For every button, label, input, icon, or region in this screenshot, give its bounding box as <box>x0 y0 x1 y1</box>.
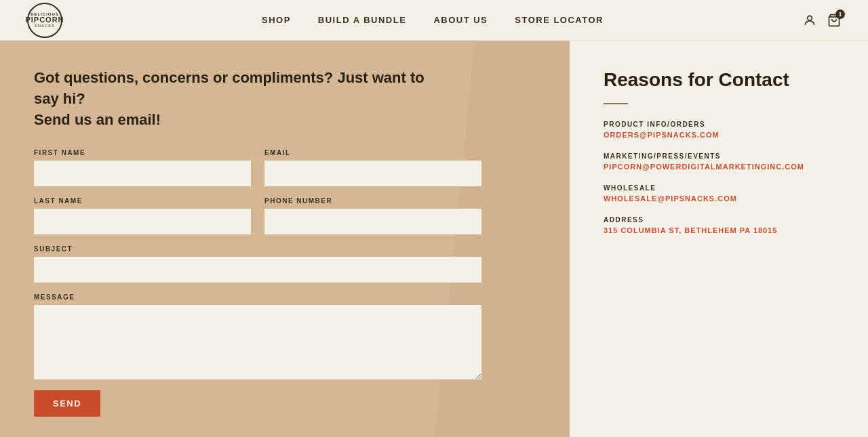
site-header: DELICIOUS PIPCORN SNACKS SHOP BUILD A BU… <box>0 0 868 41</box>
nav-about-us[interactable]: ABOUT US <box>433 15 488 25</box>
email-input[interactable] <box>264 161 481 186</box>
contact-label-1: MARKETING/PRESS/EVENTS <box>604 152 834 160</box>
contact-label-2: WHOLESALE <box>604 184 834 192</box>
subject-label: SUBJECT <box>34 245 481 253</box>
subject-input[interactable] <box>34 257 481 283</box>
email-label: EMAIL <box>264 149 481 157</box>
header-icons: 1 <box>803 14 841 27</box>
contact-label-0: PRODUCT INFO/ORDERS <box>604 121 834 128</box>
logo-text-main: PIPCORN <box>25 16 64 24</box>
first-name-group: FIRST NAME <box>34 149 251 186</box>
contact-item-1: MARKETING/PRESS/EVENTS PIPCORN@POWERDIGI… <box>604 152 834 171</box>
form-heading: Got questions, concerns or compliments? … <box>34 68 441 130</box>
first-name-label: FIRST NAME <box>34 149 251 157</box>
account-button[interactable] <box>803 14 816 27</box>
last-name-label: LAST NAME <box>34 197 251 205</box>
subject-group: SUBJECT <box>34 245 481 283</box>
contact-value-0[interactable]: ORDERS@PIPSNACKS.COM <box>604 131 834 139</box>
main-nav: SHOP BUILD A BUNDLE ABOUT US STORE LOCAT… <box>262 15 604 25</box>
cart-count: 1 <box>835 9 845 19</box>
nav-store-locator[interactable]: STORE LOCATOR <box>515 15 604 25</box>
contact-item-0: PRODUCT INFO/ORDERS ORDERS@PIPSNACKS.COM <box>604 121 834 139</box>
svg-point-0 <box>808 16 812 20</box>
last-name-input[interactable] <box>34 209 251 234</box>
phone-label: PHONE NUMBER <box>264 197 481 205</box>
contact-divider <box>604 103 628 104</box>
contact-info-section: Reasons for Contact PRODUCT INFO/ORDERS … <box>570 41 868 437</box>
message-textarea[interactable] <box>34 305 481 379</box>
contact-value-2[interactable]: WHOLESALE@PIPSNACKS.COM <box>604 194 834 203</box>
contact-form: FIRST NAME EMAIL LAST NAME PHONE NUMBER <box>34 149 536 417</box>
last-name-group: LAST NAME <box>34 197 251 234</box>
send-button[interactable]: SEND <box>34 390 100 417</box>
message-group: MESSAGE <box>34 293 481 379</box>
main-content: Got questions, concerns or compliments? … <box>0 41 868 437</box>
cart-button[interactable]: 1 <box>827 14 841 27</box>
contact-form-section: Got questions, concerns or compliments? … <box>0 41 570 437</box>
phone-input[interactable] <box>264 209 481 234</box>
form-grid: FIRST NAME EMAIL LAST NAME PHONE NUMBER <box>34 149 481 379</box>
contact-item-3: ADDRESS 315 COLUMBIA ST, BETHLEHEM PA 18… <box>604 216 834 234</box>
email-group: EMAIL <box>264 149 481 186</box>
contact-value-1[interactable]: PIPCORN@POWERDIGITALMARKETINGINC.COM <box>604 163 834 171</box>
logo-circle: DELICIOUS PIPCORN SNACKS <box>27 3 62 38</box>
contact-value-3: 315 COLUMBIA ST, BETHLEHEM PA 18015 <box>604 226 834 234</box>
contact-label-3: ADDRESS <box>604 216 834 224</box>
contact-item-2: WHOLESALE WHOLESALE@PIPSNACKS.COM <box>604 184 834 203</box>
logo[interactable]: DELICIOUS PIPCORN SNACKS <box>27 3 62 38</box>
logo-text-sub: SNACKS <box>35 24 56 28</box>
first-name-input[interactable] <box>34 161 251 186</box>
nav-shop[interactable]: SHOP <box>262 15 291 25</box>
account-icon <box>803 14 816 27</box>
nav-build-bundle[interactable]: BUILD A BUNDLE <box>318 15 407 25</box>
phone-group: PHONE NUMBER <box>264 197 481 234</box>
message-label: MESSAGE <box>34 293 481 301</box>
contact-info-title: Reasons for Contact <box>604 68 834 92</box>
